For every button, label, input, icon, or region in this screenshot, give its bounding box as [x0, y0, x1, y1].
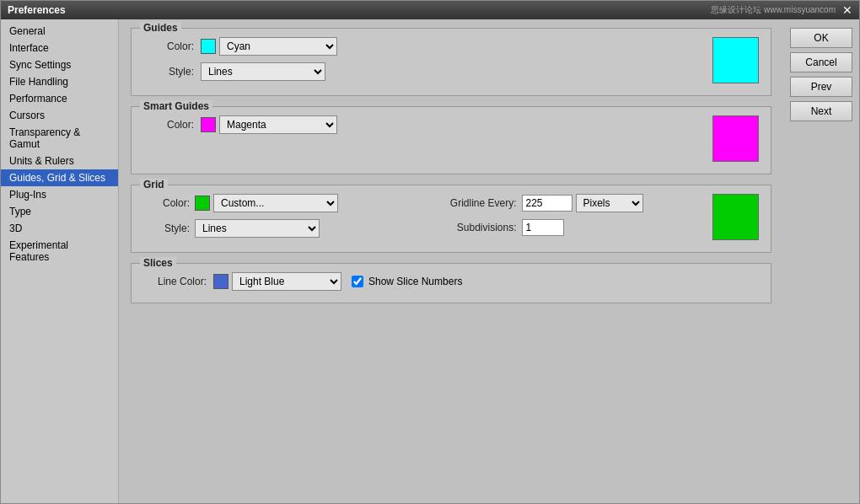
guides-color-select[interactable]: Cyan Light Blue Magenta Yellow Green Red… [219, 37, 337, 56]
guides-color-swatch [201, 39, 216, 54]
grid-style-select[interactable]: Lines Dashed Lines [195, 219, 320, 238]
sidebar-item-type[interactable]: Type [1, 203, 118, 220]
window-body: General Interface Sync Settings File Han… [1, 19, 859, 503]
slices-section-title: Slices [140, 257, 176, 269]
slices-line-color-row: Line Color: Light Blue Cyan Magenta Yell… [143, 272, 759, 291]
subdivisions-input[interactable]: 1 [522, 219, 564, 236]
guides-section: Guides Color: Cyan Light Blue Magenta Ye… [131, 28, 771, 96]
smart-guides-color-preview [712, 115, 759, 162]
sidebar-item-units-rulers[interactable]: Units & Rulers [1, 153, 118, 169]
grid-color-row: Color: Custom... Cyan Light Blue Magenta… [143, 194, 407, 212]
sidebar-item-interface[interactable]: Interface [1, 40, 118, 56]
prev-button[interactable]: Prev [790, 77, 852, 97]
guides-preview-area [712, 37, 759, 83]
grid-color-label: Color: [143, 197, 190, 209]
slices-color-swatch [213, 274, 228, 289]
grid-color-swatch [195, 196, 210, 211]
cancel-button[interactable]: Cancel [790, 52, 852, 72]
guides-color-row: Color: Cyan Light Blue Magenta Yellow Gr… [143, 37, 712, 56]
gridline-units-select[interactable]: Pixels Inches Centimeters Millimeters Po… [576, 194, 643, 212]
slices-section: Slices Line Color: Light Blue Cyan Magen… [131, 263, 771, 303]
smart-guides-section-content: Color: Cyan Light Blue Magenta Yellow Gr… [143, 115, 759, 162]
show-slice-numbers-label: Show Slice Numbers [368, 276, 462, 287]
grid-gridline-row: Gridline Every: 225 Pixels Inches Centim… [433, 194, 696, 212]
sidebar-item-performance[interactable]: Performance [1, 90, 118, 107]
smart-guides-forms: Color: Cyan Light Blue Magenta Yellow Gr… [143, 115, 712, 134]
smart-guides-section: Smart Guides Color: Cyan Light Blue Mage… [131, 106, 771, 174]
grid-subdivisions-row: Subdivisions: 1 [433, 219, 696, 236]
smart-guides-color-row: Color: Cyan Light Blue Magenta Yellow Gr… [143, 115, 712, 134]
guides-section-title: Guides [140, 22, 181, 34]
guides-style-row: Style: Lines Dashed Lines [143, 62, 712, 81]
title-bar: Preferences 思缘设计论坛 www.missyuancom ✕ [1, 1, 859, 19]
sidebar-item-3d[interactable]: 3D [1, 220, 118, 237]
close-button[interactable]: ✕ [842, 3, 852, 17]
gridline-input[interactable]: 225 [522, 195, 572, 212]
show-slice-numbers-checkbox[interactable] [352, 276, 363, 287]
sidebar: General Interface Sync Settings File Han… [1, 19, 119, 503]
smart-guides-section-title: Smart Guides [140, 100, 212, 112]
sidebar-item-plug-ins[interactable]: Plug-Ins [1, 186, 118, 203]
guides-style-label: Style: [143, 66, 194, 78]
grid-color-preview [712, 194, 759, 240]
gridline-label: Gridline Every: [433, 197, 517, 209]
slices-color-select[interactable]: Light Blue Cyan Magenta Yellow Green Red… [232, 272, 341, 291]
grid-section-title: Grid [140, 179, 168, 190]
smart-guides-color-label: Color: [143, 119, 194, 131]
sidebar-item-experimental-features[interactable]: Experimental Features [1, 237, 118, 265]
buttons-panel: OK Cancel Prev Next [783, 19, 859, 503]
grid-color-select[interactable]: Custom... Cyan Light Blue Magenta Yellow… [213, 194, 338, 212]
next-button[interactable]: Next [790, 101, 852, 121]
sidebar-item-file-handling[interactable]: File Handling [1, 73, 118, 90]
sidebar-item-cursors[interactable]: Cursors [1, 107, 118, 124]
preferences-window: Preferences 思缘设计论坛 www.missyuancom ✕ Gen… [0, 0, 860, 504]
show-slice-numbers-row: Show Slice Numbers [352, 276, 462, 287]
guides-section-content: Color: Cyan Light Blue Magenta Yellow Gr… [143, 37, 759, 83]
guides-color-label: Color: [143, 40, 194, 52]
grid-right-column: Gridline Every: 225 Pixels Inches Centim… [407, 194, 696, 236]
grid-style-row: Style: Lines Dashed Lines [143, 219, 407, 238]
guides-color-preview [712, 37, 759, 83]
ok-button[interactable]: OK [790, 28, 852, 48]
slices-line-color-label: Line Color: [143, 276, 207, 287]
subdivisions-label: Subdivisions: [433, 222, 517, 233]
smart-guides-preview-area [712, 115, 759, 162]
guides-style-select[interactable]: Lines Dashed Lines [201, 62, 325, 81]
sidebar-item-transparency-gamut[interactable]: Transparency & Gamut [1, 124, 118, 153]
guides-forms: Color: Cyan Light Blue Magenta Yellow Gr… [143, 37, 712, 81]
grid-left-column: Color: Custom... Cyan Light Blue Magenta… [143, 194, 407, 238]
smart-guides-color-select[interactable]: Cyan Light Blue Magenta Yellow Green Red… [219, 115, 337, 134]
sidebar-item-guides-grid-slices[interactable]: Guides, Grid & Slices [1, 169, 118, 186]
grid-preview-area [712, 194, 759, 240]
window-title: Preferences [8, 4, 66, 16]
grid-style-label: Style: [143, 223, 190, 234]
grid-section-content: Color: Custom... Cyan Light Blue Magenta… [143, 194, 759, 240]
sidebar-item-sync-settings[interactable]: Sync Settings [1, 56, 118, 73]
grid-section: Grid Color: Custom... Cyan Light Blue Ma… [131, 185, 771, 253]
main-content: Guides Color: Cyan Light Blue Magenta Ye… [119, 19, 783, 503]
logo-text: 思缘设计论坛 www.missyuancom [711, 4, 836, 16]
smart-guides-color-swatch [201, 117, 216, 132]
sidebar-item-general[interactable]: General [1, 23, 118, 40]
